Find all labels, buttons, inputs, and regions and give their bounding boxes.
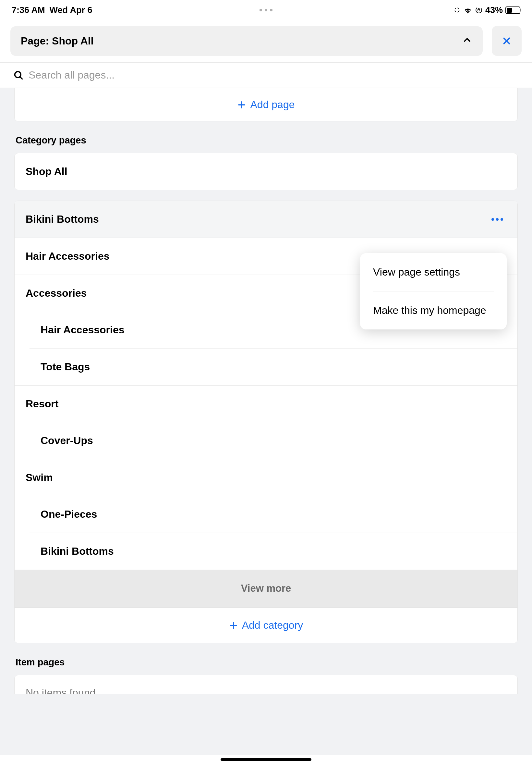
main-content: Add page Category pages Shop All Bikini … — [0, 88, 532, 755]
menu-make-homepage[interactable]: Make this my homepage — [360, 291, 507, 329]
handle-dots — [260, 9, 272, 11]
close-icon — [501, 35, 512, 46]
status-left: 7:36 AM Wed Apr 6 — [12, 5, 92, 15]
wifi-icon — [463, 6, 472, 14]
category-label: Cover-Ups — [41, 435, 93, 446]
category-resort[interactable]: Resort — [15, 386, 517, 422]
svg-point-0 — [475, 6, 483, 14]
category-label: Hair Accessories — [26, 250, 110, 262]
add-category-button[interactable]: Add category — [229, 619, 303, 631]
loading-icon — [453, 6, 461, 14]
category-label: Tote Bags — [41, 361, 90, 372]
category-bikini-bottoms[interactable]: Bikini Bottoms — [15, 201, 517, 238]
search-bar-wrapper — [0, 62, 532, 88]
page-selector[interactable]: Page: Shop All — [10, 26, 483, 56]
plus-icon — [237, 100, 246, 109]
item-pages-card: No items found — [14, 675, 518, 694]
search-icon — [13, 70, 24, 81]
battery-icon — [505, 6, 520, 14]
header-area: Page: Shop All — [0, 19, 532, 62]
subcategory-tote-bags[interactable]: Tote Bags — [30, 348, 517, 385]
category-label: One-Pieces — [41, 508, 97, 520]
category-label: Swim — [26, 472, 53, 484]
add-category-row[interactable]: Add category — [15, 608, 517, 643]
plus-icon — [229, 621, 238, 630]
status-time: 7:36 AM — [12, 5, 45, 15]
orientation-lock-icon — [475, 6, 483, 14]
category-label: Hair Accessories — [41, 324, 125, 335]
subcategory-one-pieces[interactable]: One-Pieces — [30, 496, 517, 533]
more-icon[interactable] — [491, 218, 506, 221]
add-page-card[interactable]: Add page — [14, 88, 518, 121]
status-bar: 7:36 AM Wed Apr 6 43% — [0, 0, 532, 19]
menu-view-page-settings[interactable]: View page settings — [360, 253, 507, 291]
add-page-button[interactable]: Add page — [237, 99, 295, 111]
close-button[interactable] — [492, 26, 522, 56]
category-label: Accessories — [26, 287, 87, 299]
search-input[interactable] — [29, 69, 519, 81]
home-indicator[interactable] — [221, 758, 311, 761]
subcategory-bikini-bottoms[interactable]: Bikini Bottoms — [30, 533, 517, 570]
shop-all-card[interactable]: Shop All — [14, 153, 518, 190]
category-pages-header: Category pages — [0, 121, 532, 153]
view-more-button[interactable]: View more — [15, 570, 517, 608]
subcategory-cover-ups[interactable]: Cover-Ups — [30, 422, 517, 459]
add-page-label: Add page — [250, 99, 295, 111]
chevron-up-icon — [462, 35, 472, 47]
item-pages-header: Item pages — [0, 643, 532, 675]
no-items-label: No items found — [26, 687, 95, 694]
search-bar[interactable] — [13, 69, 519, 81]
category-label: Bikini Bottoms — [26, 213, 99, 225]
add-category-label: Add category — [242, 619, 303, 631]
page-selector-label: Page: Shop All — [21, 35, 94, 47]
category-label: Bikini Bottoms — [41, 545, 114, 557]
context-menu: View page settings Make this my homepage — [360, 253, 507, 329]
battery-percentage: 43% — [485, 5, 503, 15]
category-label: Resort — [26, 398, 58, 410]
shop-all-label: Shop All — [26, 165, 67, 177]
status-right: 43% — [453, 5, 520, 15]
status-date: Wed Apr 6 — [50, 5, 92, 15]
category-swim[interactable]: Swim — [15, 459, 517, 496]
